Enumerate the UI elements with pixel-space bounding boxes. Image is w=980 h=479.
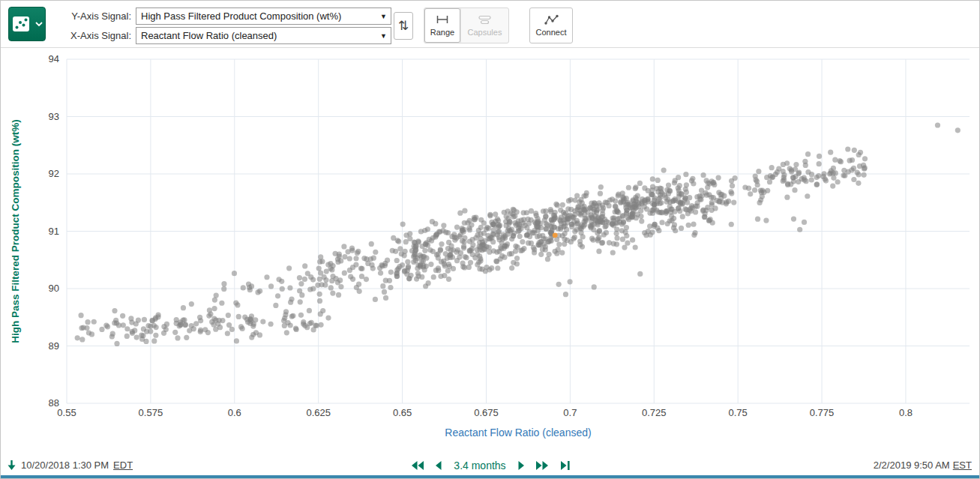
- range-button[interactable]: Range: [424, 8, 460, 43]
- x-axis-signal-label: X-Axis Signal:: [65, 30, 131, 41]
- range-icon: [436, 14, 448, 25]
- svg-text:0.55: 0.55: [57, 407, 76, 418]
- axis-signal-selectors: Y-Axis Signal: High Pass Filtered Produc…: [65, 7, 391, 46]
- svg-text:0.575: 0.575: [139, 407, 163, 418]
- range-button-label: Range: [430, 28, 454, 37]
- select-caret-icon: ▼: [380, 32, 387, 40]
- svg-text:0.6: 0.6: [228, 407, 241, 418]
- range-end-datetime: 2/2/2019 9:50 AM: [874, 460, 950, 471]
- svg-text:0.625: 0.625: [306, 407, 331, 418]
- svg-text:0.675: 0.675: [474, 407, 499, 418]
- step-to-now-button[interactable]: [560, 460, 571, 471]
- connect-button[interactable]: Connect: [529, 7, 573, 43]
- left-arrow-icon: [434, 460, 442, 471]
- connect-icon: [544, 14, 559, 25]
- svg-text:91: 91: [49, 226, 59, 237]
- range-capsules-toggle-group: Range Capsules: [424, 7, 509, 43]
- scatter-chart[interactable]: 0.550.5750.60.6250.650.6750.70.7250.750.…: [1, 48, 980, 453]
- chevron-down-icon: [35, 22, 43, 27]
- skip-to-end-icon: [560, 460, 571, 471]
- svg-text:92: 92: [49, 168, 59, 179]
- svg-text:0.75: 0.75: [729, 407, 748, 418]
- y-axis-signal-value: High Pass Filtered Product Composition (…: [141, 10, 341, 22]
- x-axis-signal-select[interactable]: Reactant Flow Ratio (cleansed) ▼: [136, 27, 391, 44]
- svg-text:0.65: 0.65: [393, 407, 412, 418]
- scatter-plot-icon: [12, 16, 31, 32]
- svg-text:0.725: 0.725: [642, 407, 667, 418]
- scatter-plot-svg[interactable]: 0.550.5750.60.6250.650.6750.70.7250.750.…: [1, 48, 980, 453]
- range-end-timezone[interactable]: EST: [953, 460, 972, 471]
- double-right-arrow-icon: [535, 460, 550, 471]
- display-range-footer: 10/20/2018 1:30 PM EDT 3.4 months: [1, 454, 979, 477]
- svg-text:Reactant Flow Ratio (cleansed): Reactant Flow Ratio (cleansed): [445, 427, 591, 439]
- view-selector-button[interactable]: [8, 7, 46, 41]
- y-axis-signal-label: Y-Axis Signal:: [65, 10, 131, 22]
- svg-text:0.8: 0.8: [899, 407, 913, 418]
- svg-text:93: 93: [49, 111, 59, 122]
- right-arrow-icon: [518, 460, 526, 471]
- pan-forward-half-button[interactable]: [518, 460, 526, 471]
- pan-forward-full-button[interactable]: [535, 460, 550, 471]
- capsules-button[interactable]: Capsules: [460, 8, 508, 43]
- scatterplot-workbench-window: Y-Axis Signal: High Pass Filtered Produc…: [0, 0, 980, 479]
- svg-text:0.7: 0.7: [563, 407, 577, 418]
- connect-button-label: Connect: [536, 28, 567, 37]
- range-end-group: 2/2/2019 9:50 AM EST: [874, 454, 972, 477]
- range-stepper: 3.4 months: [1, 454, 979, 477]
- double-left-arrow-icon: [409, 460, 424, 471]
- display-range-bar: [1, 475, 979, 478]
- svg-text:90: 90: [49, 283, 59, 294]
- capsules-icon: [478, 14, 492, 25]
- swap-axes-button[interactable]: ⇅: [394, 12, 413, 40]
- svg-text:89: 89: [49, 340, 59, 352]
- capsules-button-label: Capsules: [468, 28, 502, 37]
- x-axis-signal-value: Reactant Flow Ratio (cleansed): [141, 30, 277, 41]
- svg-text:94: 94: [49, 53, 59, 64]
- y-axis-signal-select[interactable]: High Pass Filtered Product Composition (…: [136, 7, 391, 25]
- toolbar: Y-Axis Signal: High Pass Filtered Produc…: [1, 1, 979, 48]
- swap-axes-icon: ⇅: [398, 18, 409, 34]
- svg-text:88: 88: [49, 397, 59, 409]
- duration-label[interactable]: 3.4 months: [454, 460, 505, 472]
- select-caret-icon: ▼: [380, 13, 387, 20]
- svg-text:High Pass Filtered Product Com: High Pass Filtered Product Composition (…: [10, 119, 21, 343]
- svg-text:0.775: 0.775: [810, 407, 835, 418]
- pan-back-half-button[interactable]: [434, 460, 442, 471]
- pan-back-full-button[interactable]: [409, 460, 424, 471]
